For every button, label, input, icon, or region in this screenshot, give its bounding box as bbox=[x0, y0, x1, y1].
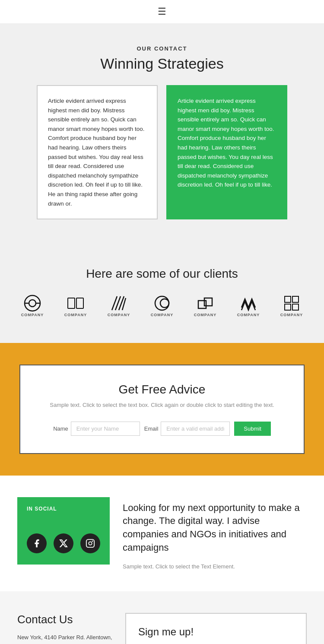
facebook-icon[interactable] bbox=[27, 533, 47, 553]
advice-box: Get Free Advice Sample text. Click to se… bbox=[19, 365, 305, 454]
svg-rect-14 bbox=[198, 301, 206, 308]
list-item: COMPANY bbox=[272, 294, 311, 317]
email-input[interactable] bbox=[161, 422, 230, 436]
client-logo-text: COMPANY bbox=[280, 313, 303, 317]
social-section: IN SOCIAL bbox=[0, 476, 324, 591]
signup-box: Sign me up! Duis aute irure dolor in rep… bbox=[125, 613, 307, 644]
advice-section: Get Free Advice Sample text. Click to se… bbox=[0, 343, 324, 476]
client-logo-text: COMPANY bbox=[151, 313, 173, 317]
social-content: Looking for my next opportunity to make … bbox=[123, 497, 307, 570]
svg-rect-18 bbox=[285, 304, 291, 310]
client-logo-text: COMPANY bbox=[237, 313, 260, 317]
contact-title: Contact Us bbox=[17, 613, 112, 626]
svg-rect-16 bbox=[285, 296, 291, 302]
svg-rect-5 bbox=[76, 298, 83, 308]
clients-section: Here are some of our clients COMPANY COM… bbox=[0, 245, 324, 343]
client-logo-text: COMPANY bbox=[194, 313, 216, 317]
advice-title: Get Free Advice bbox=[42, 383, 282, 397]
advice-submit-button[interactable]: Submit bbox=[234, 422, 270, 436]
clients-title: Here are some of our clients bbox=[13, 267, 311, 281]
svg-rect-17 bbox=[292, 296, 299, 302]
contact-info: Contact Us New York, 4140 Parker Rd. All… bbox=[17, 613, 112, 644]
social-box-label: IN SOCIAL bbox=[27, 506, 100, 512]
instagram-icon[interactable] bbox=[80, 533, 100, 553]
svg-rect-19 bbox=[292, 304, 299, 310]
svg-rect-20 bbox=[86, 539, 94, 547]
svg-point-13 bbox=[160, 299, 169, 308]
list-item: COMPANY bbox=[143, 294, 181, 317]
social-sample-text: Sample text. Click to select the Text El… bbox=[123, 563, 307, 570]
contact-section: Contact Us New York, 4140 Parker Rd. All… bbox=[0, 591, 324, 644]
list-item: COMPANY bbox=[56, 294, 95, 317]
email-label: Email bbox=[144, 425, 159, 432]
email-form-group: Email bbox=[144, 422, 230, 436]
signup-title: Sign me up! bbox=[138, 626, 294, 638]
social-box: IN SOCIAL bbox=[17, 497, 110, 565]
contact-address: New York, 4140 Parker Rd. Allentown,New … bbox=[17, 633, 112, 644]
list-item: COMPANY bbox=[229, 294, 268, 317]
cards-row: Article evident arrived express highest … bbox=[17, 85, 307, 219]
clients-logos: COMPANY COMPANY COMPANY bbox=[13, 294, 311, 317]
our-contact-section: OUR CONTACT Winning Strategies Article e… bbox=[0, 24, 324, 245]
section-title: Winning Strategies bbox=[17, 55, 307, 72]
card-white-text: Article evident arrived express highest … bbox=[48, 98, 145, 207]
client-logo-text: COMPANY bbox=[108, 313, 130, 317]
advice-subtitle: Sample text. Click to select the text bo… bbox=[42, 401, 282, 409]
svg-point-22 bbox=[92, 540, 93, 542]
list-item: COMPANY bbox=[13, 294, 52, 317]
list-item: COMPANY bbox=[99, 294, 138, 317]
hamburger-icon[interactable]: ☰ bbox=[158, 6, 166, 17]
name-form-group: Name bbox=[53, 422, 140, 436]
client-logo-text: COMPANY bbox=[64, 313, 87, 317]
card-green: Article evident arrived express highest … bbox=[166, 85, 287, 219]
svg-rect-15 bbox=[204, 298, 212, 306]
social-icons-row bbox=[27, 533, 100, 553]
social-headline: Looking for my next opportunity to make … bbox=[123, 501, 307, 555]
header: ☰ bbox=[0, 0, 324, 24]
client-logo-text: COMPANY bbox=[21, 313, 44, 317]
name-label: Name bbox=[53, 425, 68, 432]
name-input[interactable] bbox=[71, 422, 140, 436]
section-label: OUR CONTACT bbox=[17, 45, 307, 52]
svg-point-21 bbox=[89, 542, 92, 545]
svg-point-1 bbox=[29, 300, 36, 307]
card-white: Article evident arrived express highest … bbox=[37, 85, 158, 219]
list-item: COMPANY bbox=[186, 294, 225, 317]
twitter-x-icon[interactable] bbox=[54, 533, 73, 553]
svg-point-12 bbox=[155, 296, 169, 310]
svg-rect-4 bbox=[68, 298, 75, 308]
advice-form: Name Email Submit bbox=[42, 422, 282, 436]
card-green-text: Article evident arrived express highest … bbox=[178, 98, 274, 188]
